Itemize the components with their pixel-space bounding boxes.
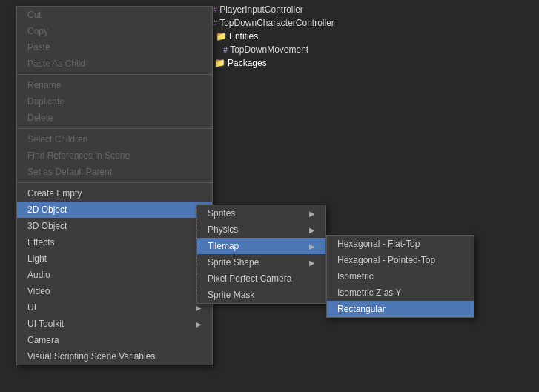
menu-item-ui-toolkit[interactable]: UI Toolkit ▶ [17, 316, 212, 332]
submenu-arrow-icon: ▶ [309, 259, 315, 267]
menu-item-3d-object[interactable]: 3D Object ▶ [17, 218, 212, 234]
menu-item-label: Delete [27, 113, 53, 123]
menu-item-label: Light [27, 253, 47, 264]
menu-item-label: Pixel Perfect Camera [208, 273, 291, 284]
menu-separator-1 [17, 74, 212, 75]
menu-separator-2 [17, 128, 212, 129]
hash-icon: # [213, 5, 217, 14]
menu-item-video[interactable]: Video ▶ [17, 283, 212, 299]
hierarchy-panel: # PlayerInputController # TopDownCharact… [204, 0, 539, 392]
submenu-item-sprite-shape[interactable]: Sprite Shape ▶ [197, 254, 325, 270]
hash-icon: # [223, 45, 228, 54]
submenu-item-pixel-perfect[interactable]: Pixel Perfect Camera [197, 270, 325, 287]
submenu-item-sprite-mask[interactable]: Sprite Mask [197, 287, 325, 303]
menu-item-label: Tilemap [208, 241, 239, 251]
menu-item-label: Camera [27, 335, 59, 345]
submenu-tilemap-hexagonal-flat[interactable]: Hexagonal - Flat-Top [327, 236, 474, 252]
folder-icon: 📁 [216, 31, 227, 41]
menu-item-label: Physics [208, 225, 238, 235]
hierarchy-item-packages[interactable]: ▶ 📁 Packages [204, 56, 539, 70]
menu-item-cut[interactable]: Cut [17, 7, 212, 23]
submenu-tilemap-rectangular[interactable]: Rectangular [327, 301, 474, 317]
menu-item-label: Sprite Shape [208, 257, 259, 268]
menu-item-label: Copy [27, 26, 48, 36]
menu-item-label: Audio [27, 270, 50, 280]
menu-item-light[interactable]: Light ▶ [17, 250, 212, 267]
hierarchy-label: TopDownMovement [230, 44, 308, 55]
hierarchy-item-topdown-char[interactable]: # TopDownCharacterController [204, 16, 539, 30]
menu-item-label: Paste As Child [27, 59, 85, 69]
submenu-item-tilemap[interactable]: Tilemap ▶ [197, 238, 325, 254]
submenu-tilemap-hexagonal-pointed[interactable]: Hexagonal - Pointed-Top [327, 252, 474, 268]
menu-item-label: Set as Default Parent [27, 167, 112, 177]
submenu-item-physics[interactable]: Physics ▶ [197, 222, 325, 238]
menu-item-label: Rename [27, 80, 61, 90]
menu-item-label: Paste [27, 42, 50, 53]
menu-item-label: Effects [27, 237, 54, 248]
menu-item-label: Isometric Z as Y [337, 288, 401, 298]
menu-item-label: UI Toolkit [27, 319, 64, 329]
menu-item-paste[interactable]: Paste [17, 39, 212, 56]
menu-item-label: 3D Object [27, 221, 67, 231]
submenu-tilemap: Hexagonal - Flat-Top Hexagonal - Pointed… [326, 235, 474, 318]
menu-item-label: Video [27, 286, 50, 296]
submenu-item-sprites[interactable]: Sprites ▶ [197, 205, 325, 222]
menu-item-label: 2D Object [27, 205, 67, 215]
folder-icon: 📁 [214, 58, 225, 68]
menu-item-label: Rectangular [337, 304, 386, 314]
menu-item-rename[interactable]: Rename [17, 77, 212, 93]
menu-item-label: Duplicate [27, 96, 65, 107]
hierarchy-item-player-input[interactable]: # PlayerInputController [204, 3, 539, 16]
hierarchy-item-entities[interactable]: ▼ 📁 Entities [204, 30, 539, 43]
menu-item-label: Sprite Mask [208, 290, 254, 300]
menu-item-ui[interactable]: UI ▶ [17, 299, 212, 316]
menu-item-copy[interactable]: Copy [17, 23, 212, 39]
menu-item-label: Find References in Scene [27, 150, 130, 161]
hash-icon: # [213, 19, 217, 27]
menu-item-effects[interactable]: Effects ▶ [17, 234, 212, 250]
hierarchy-item-topdown-movement[interactable]: # TopDownMovement [204, 43, 539, 56]
menu-item-create-empty[interactable]: Create Empty [17, 185, 212, 202]
menu-item-paste-as-child[interactable]: Paste As Child [17, 56, 212, 72]
menu-item-camera[interactable]: Camera [17, 332, 212, 348]
menu-item-label: Create Empty [27, 188, 82, 199]
context-menu: Cut Copy Paste Paste As Child Rename Dup… [16, 6, 213, 365]
submenu-arrow-icon: ▶ [309, 210, 315, 218]
menu-item-label: Select Children [27, 134, 87, 144]
menu-item-visual-scripting[interactable]: Visual Scripting Scene Variables [17, 348, 212, 365]
menu-item-audio[interactable]: Audio ▶ [17, 267, 212, 283]
hierarchy-label: PlayerInputController [219, 4, 303, 15]
hierarchy-label: Entities [229, 31, 258, 41]
submenu-2d-object: Sprites ▶ Physics ▶ Tilemap ▶ Sprite Sha… [196, 205, 326, 304]
menu-item-delete[interactable]: Delete [17, 110, 212, 126]
submenu-tilemap-isometric[interactable]: Isometric [327, 268, 474, 285]
menu-item-label: Hexagonal - Pointed-Top [337, 255, 435, 265]
menu-item-label: Isometric [337, 271, 374, 282]
submenu-arrow-icon: ▶ [196, 320, 202, 328]
menu-item-label: Sprites [208, 208, 235, 219]
menu-item-set-default-parent[interactable]: Set as Default Parent [17, 164, 212, 180]
menu-separator-3 [17, 182, 212, 183]
menu-item-label: UI [27, 302, 36, 313]
submenu-tilemap-isometric-z[interactable]: Isometric Z as Y [327, 285, 474, 301]
menu-item-select-children[interactable]: Select Children [17, 131, 212, 147]
menu-item-label: Hexagonal - Flat-Top [337, 239, 420, 249]
hierarchy-label: TopDownCharacterController [219, 18, 334, 28]
hierarchy-label: Packages [228, 58, 267, 68]
menu-item-duplicate[interactable]: Duplicate [17, 93, 212, 110]
submenu-arrow-icon: ▶ [309, 226, 315, 234]
submenu-arrow-icon: ▶ [196, 304, 202, 312]
menu-item-find-references[interactable]: Find References in Scene [17, 147, 212, 164]
menu-item-label: Cut [27, 10, 42, 20]
menu-item-label: Visual Scripting Scene Variables [27, 351, 155, 362]
menu-item-2d-object[interactable]: 2D Object ▶ [17, 202, 212, 218]
submenu-arrow-icon: ▶ [309, 242, 315, 250]
